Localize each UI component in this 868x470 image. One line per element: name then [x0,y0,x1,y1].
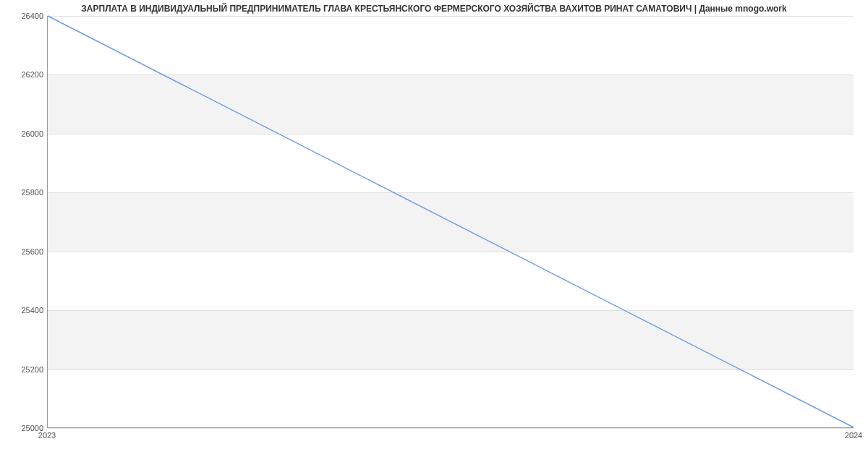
y-tick-label: 26200 [4,70,43,79]
gridline [48,428,854,429]
y-tick-label: 26400 [4,12,43,20]
chart-title: ЗАРПЛАТА В ИНДИВИДУАЛЬНЫЙ ПРЕДПРИНИМАТЕЛ… [0,4,868,14]
y-tick-label: 25000 [4,424,43,432]
x-tick-label: 2024 [845,431,862,440]
chart-container: ЗАРПЛАТА В ИНДИВИДУАЛЬНЫЙ ПРЕДПРИНИМАТЕЛ… [0,0,868,470]
y-tick-label: 25600 [4,247,43,256]
y-tick-label: 25200 [4,365,43,374]
y-tick-label: 25800 [4,188,43,197]
y-tick-label: 25400 [4,306,43,315]
plot-area [47,16,854,428]
line-layer [48,16,854,427]
y-tick-label: 26000 [4,129,43,138]
x-tick-label: 2023 [38,431,56,440]
data-line [48,16,854,427]
